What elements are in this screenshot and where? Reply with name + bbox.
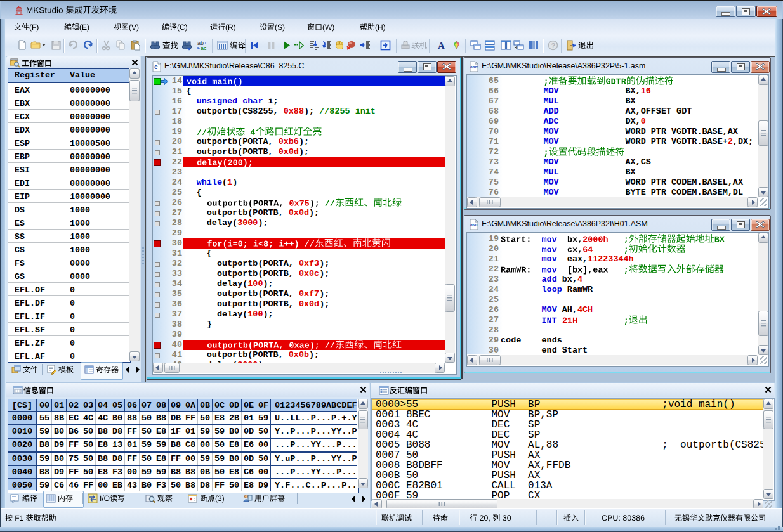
svg-text:?: ? <box>551 42 556 49</box>
svg-text:A: A <box>438 41 445 51</box>
svg-text:c: c <box>154 63 158 70</box>
svg-text:ac: ac <box>201 45 207 51</box>
svg-text:asm: asm <box>470 223 478 227</box>
svg-text:asm: asm <box>470 65 478 69</box>
